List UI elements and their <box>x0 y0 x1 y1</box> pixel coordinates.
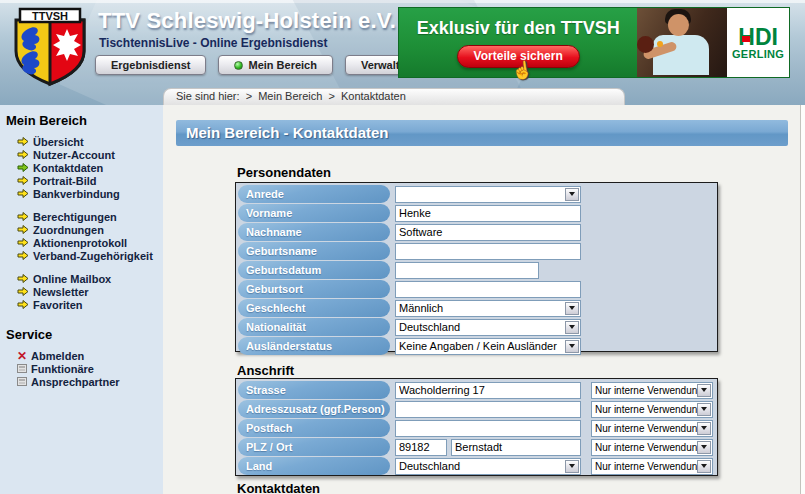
sidebar-group: Übersicht Nutzer-Account Kontaktdaten Po… <box>0 135 163 200</box>
sponsor-ad-banner[interactable]: Exklusiv für den TTVSH Vorteile sichern … <box>398 7 790 78</box>
plz-field[interactable] <box>395 439 447 456</box>
nav-ergebnisdienst-button[interactable]: Ergebnisdienst <box>95 55 206 75</box>
nav-label: Mein Bereich <box>248 59 316 71</box>
dropdown-arrow-icon[interactable] <box>697 441 711 454</box>
page-title: Mein Bereich - Kontaktdaten <box>176 120 788 146</box>
auslaenderstatus-select[interactable]: Keine Angaben / Kein Ausländer <box>395 338 581 355</box>
dropdown-arrow-icon[interactable] <box>565 460 579 473</box>
arrow-icon <box>17 211 29 222</box>
form-row: Ausländerstatus Keine Angaben / Kein Aus… <box>238 337 715 355</box>
arrow-icon <box>17 237 29 248</box>
nachname-field[interactable] <box>395 224 581 241</box>
breadcrumb-prefix: Sie sind hier: <box>176 90 240 102</box>
breadcrumb-link-kontaktdaten[interactable]: Kontaktdaten <box>341 90 406 102</box>
field-label: Geburtsdatum <box>238 261 390 279</box>
logout-x-icon: ✕ <box>17 351 27 361</box>
list-icon <box>17 364 27 373</box>
geburtsort-field[interactable] <box>395 281 581 298</box>
ort-field[interactable] <box>451 439 581 456</box>
sidebar-item-ansprechpartner[interactable]: Ansprechpartner <box>0 375 163 388</box>
form-row: Geburtsdatum <box>238 261 715 279</box>
form-row: Nationalität Deutschland <box>238 318 715 336</box>
sidebar-item-nutzer-account[interactable]: Nutzer-Account <box>0 148 163 161</box>
sidebar-item-zuordnungen[interactable]: Zuordnungen <box>0 223 163 236</box>
hand-cursor-icon: ☝ <box>510 59 534 83</box>
logo-banner-text: TTVSH <box>32 10 68 22</box>
dropdown-arrow-icon[interactable] <box>565 340 579 353</box>
anschrift-panel: Strasse Nur interne Verwendung Adresszus… <box>235 378 718 476</box>
sidebar-item-newsletter[interactable]: Newsletter <box>0 285 163 298</box>
anrede-select[interactable] <box>395 186 581 203</box>
nav-mein-bereich-button[interactable]: Mein Bereich <box>218 55 332 75</box>
geschlecht-select[interactable]: Männlich <box>395 300 581 317</box>
ad-cta-button[interactable]: Vorteile sichern ☝ <box>457 45 580 68</box>
ad-headline: Exklusiv für den TTVSH <box>399 18 637 39</box>
main-nav: Ergebnisdienst Mein Bereich Verwaltung <box>95 55 436 75</box>
field-label: Nationalität <box>238 318 390 336</box>
form-row: Postfach Nur interne Verwendung <box>238 419 715 437</box>
field-label: Geburtsort <box>238 280 390 298</box>
form-row: Anrede <box>238 185 715 203</box>
field-label: Nachname <box>238 223 390 241</box>
sidebar-item-portrait-bild[interactable]: Portrait-Bild <box>0 174 163 187</box>
strasse-field[interactable] <box>395 382 581 399</box>
sidebar-group: ✕ Abmelden Funktionäre Ansprechpartner <box>0 349 163 388</box>
section-title-personendaten: Personendaten <box>237 165 331 180</box>
geburtsdatum-field[interactable] <box>395 262 539 279</box>
sidebar-item-berechtigungen[interactable]: Berechtigungen <box>0 210 163 223</box>
sidebar-item-bankverbindung[interactable]: Bankverbindung <box>0 187 163 200</box>
vorname-field[interactable] <box>395 205 581 222</box>
arrow-icon <box>17 175 29 186</box>
field-label: Geburtsname <box>238 242 390 260</box>
arrow-icon <box>17 250 29 261</box>
hdi-gerling-logo: HDI GERLING <box>727 8 789 77</box>
sidebar-item-aktionenprotokoll[interactable]: Aktionenprotokoll <box>0 236 163 249</box>
breadcrumb-link-mein-bereich[interactable]: Mein Bereich <box>258 90 322 102</box>
postfach-visibility-select[interactable]: Nur interne Verwendung <box>591 420 713 437</box>
sidebar-group: Online Mailbox Newsletter Favoriten <box>0 272 163 311</box>
table-tennis-player-photo <box>637 8 727 77</box>
dropdown-arrow-icon[interactable] <box>697 422 711 435</box>
dropdown-arrow-icon[interactable] <box>697 384 711 397</box>
main-content: Mein Bereich - Kontaktdaten Personendate… <box>163 105 801 494</box>
dropdown-arrow-icon[interactable] <box>697 403 711 416</box>
geburtsname-field[interactable] <box>395 243 581 260</box>
sidebar-item-kontaktdaten[interactable]: Kontaktdaten <box>0 161 163 174</box>
adresszusatz-field[interactable] <box>395 401 581 418</box>
dropdown-arrow-icon[interactable] <box>565 188 579 201</box>
sidebar-item-online-mailbox[interactable]: Online Mailbox <box>0 272 163 285</box>
land-select[interactable]: Deutschland <box>395 458 581 475</box>
land-visibility-select[interactable]: Nur interne Verwendung <box>591 458 713 475</box>
field-label: Adresszusatz (ggf.Person) <box>238 400 390 418</box>
sidebar-item-verband-zugehoerigkeit[interactable]: Verband-Zugehörigkeit <box>0 249 163 262</box>
breadcrumb: Sie sind hier: > Mein Bereich > Kontaktd… <box>163 88 625 105</box>
sidebar: Mein Bereich Übersicht Nutzer-Account Ko… <box>0 105 163 494</box>
dropdown-arrow-icon[interactable] <box>565 302 579 315</box>
dropdown-arrow-icon[interactable] <box>565 321 579 334</box>
postfach-field[interactable] <box>395 420 581 437</box>
sidebar-item-uebersicht[interactable]: Übersicht <box>0 135 163 148</box>
plz-ort-visibility-select[interactable]: Nur interne Verwendung <box>591 439 713 456</box>
section-title-kontaktdaten: Kontaktdaten <box>237 481 320 494</box>
sidebar-item-favoriten[interactable]: Favoriten <box>0 298 163 311</box>
adresszusatz-visibility-select[interactable]: Nur interne Verwendung <box>591 401 713 418</box>
sidebar-item-abmelden[interactable]: ✕ Abmelden <box>0 349 163 362</box>
field-label: PLZ / Ort <box>238 438 390 456</box>
form-row: Geburtsname <box>238 242 715 260</box>
field-label: Strasse <box>238 381 390 399</box>
ad-message-area: Exklusiv für den TTVSH Vorteile sichern … <box>399 8 637 77</box>
arrow-icon-active <box>17 162 29 173</box>
arrow-icon <box>17 149 29 160</box>
nationalitaet-select[interactable]: Deutschland <box>395 319 581 336</box>
form-row: Geburtsort <box>238 280 715 298</box>
form-row: Adresszusatz (ggf.Person) Nur interne Ve… <box>238 400 715 418</box>
strasse-visibility-select[interactable]: Nur interne Verwendung <box>591 382 713 399</box>
field-label: Ausländerstatus <box>238 337 390 355</box>
arrow-icon <box>17 188 29 199</box>
sidebar-item-funktionaere[interactable]: Funktionäre <box>0 362 163 375</box>
list-icon <box>17 377 27 386</box>
nav-label: Ergebnisdienst <box>111 59 190 71</box>
dropdown-arrow-icon[interactable] <box>697 460 711 473</box>
hdi-red-mark <box>742 36 750 42</box>
breadcrumb-separator: > <box>328 90 334 102</box>
